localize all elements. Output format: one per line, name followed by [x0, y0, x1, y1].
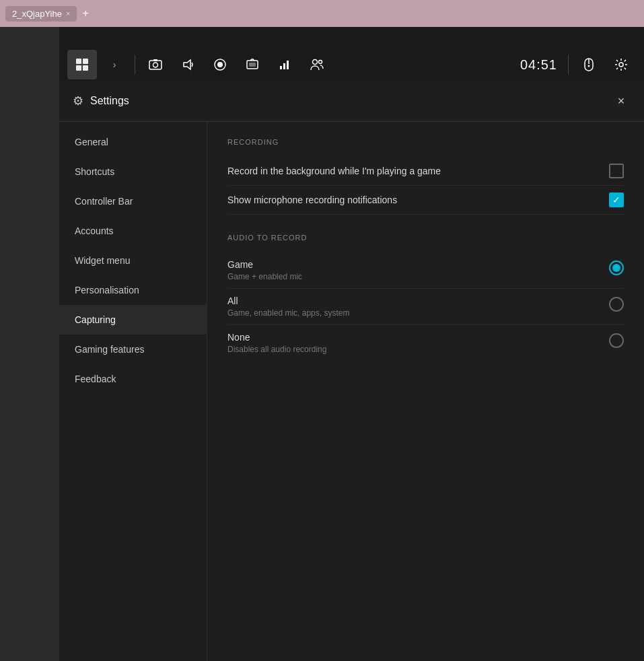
audio-option-game-text: Game Game + enabled mic [227, 259, 609, 281]
audio-option-none-text: None Disables all audio recording [227, 332, 609, 354]
tab-title: 2_xQjapYihe [12, 9, 62, 19]
nav-item-feedback[interactable]: Feedback [59, 364, 207, 394]
browser-tab[interactable]: 2_xQjapYihe × [5, 6, 77, 22]
svg-rect-4 [149, 61, 162, 69]
audio-option-game: Game Game + enabled mic [227, 252, 624, 289]
svg-rect-14 [287, 61, 289, 69]
audio-all-subtitle: Game, enabled mic, apps, system [227, 308, 609, 318]
friends-button[interactable] [302, 50, 332, 79]
svg-point-20 [619, 63, 623, 67]
nav-item-controller-bar[interactable]: Controller Bar [59, 186, 207, 216]
svg-rect-12 [280, 66, 282, 69]
svg-rect-3 [83, 65, 88, 71]
audio-game-title: Game [227, 259, 609, 270]
mic-notifications-checkbox[interactable]: ✓ [609, 193, 624, 207]
record-button[interactable] [205, 50, 235, 79]
audio-option-none: None Disables all audio recording [227, 325, 624, 361]
background-record-row: Record in the background while I'm playi… [227, 157, 624, 186]
nav-item-gaming-features[interactable]: Gaming features [59, 335, 207, 364]
audio-game-radio[interactable] [609, 260, 624, 275]
background-record-checkbox[interactable] [609, 164, 624, 178]
nav-item-widget-menu[interactable]: Widget menu [59, 246, 207, 275]
svg-rect-1 [83, 59, 88, 64]
mic-notifications-label: Show microphone recording notifications [227, 195, 397, 205]
nav-item-capturing[interactable]: Capturing [59, 305, 207, 335]
audio-game-subtitle: Game + enabled mic [227, 272, 609, 281]
audio-all-radio[interactable] [609, 297, 624, 312]
audio-section-label: AUDIO TO RECORD [227, 234, 624, 242]
widget-button[interactable] [67, 50, 97, 79]
settings-close-button[interactable]: × [612, 92, 631, 110]
nav-item-general[interactable]: General [59, 127, 207, 157]
settings-body: General Shortcuts Controller Bar Account… [59, 122, 644, 661]
settings-header: ⚙ Settings × [59, 81, 644, 122]
audio-option-all-text: All Game, enabled mic, apps, system [227, 295, 609, 318]
svg-point-19 [588, 65, 590, 67]
svg-rect-11 [249, 63, 256, 67]
svg-rect-6 [153, 59, 157, 61]
stats-button[interactable] [270, 50, 299, 79]
separator [568, 55, 569, 75]
svg-point-5 [153, 63, 158, 67]
audio-none-title: None [227, 332, 609, 343]
browser-tab-bar: 2_xQjapYihe × + [0, 0, 644, 27]
svg-point-16 [319, 61, 322, 64]
settings-title: Settings [90, 95, 612, 107]
separator [135, 55, 135, 75]
svg-rect-2 [76, 65, 81, 71]
nav-item-shortcuts[interactable]: Shortcuts [59, 157, 207, 186]
app-sidebar [0, 27, 61, 661]
settings-modal: ⚙ Settings × General Shortcuts Controlle… [59, 81, 644, 661]
svg-point-9 [217, 62, 223, 67]
svg-marker-7 [184, 60, 190, 69]
mic-notifications-row: Show microphone recording notifications … [227, 186, 624, 215]
audio-all-title: All [227, 295, 609, 306]
nav-item-personalisation[interactable]: Personalisation [59, 275, 207, 305]
audio-none-subtitle: Disables all audio recording [227, 345, 609, 354]
mouse-button[interactable] [574, 50, 604, 79]
svg-rect-13 [283, 63, 285, 69]
camera-widget-button[interactable] [141, 50, 170, 79]
checkbox-check-icon: ✓ [612, 195, 620, 205]
svg-rect-0 [76, 59, 81, 64]
audio-widget-button[interactable] [173, 50, 203, 79]
svg-point-15 [313, 60, 318, 65]
gamebar-settings-button[interactable] [606, 50, 636, 79]
background-record-label: Record in the background while I'm playi… [227, 166, 441, 176]
settings-nav: General Shortcuts Controller Bar Account… [59, 122, 207, 661]
clock-display: 04:51 [515, 57, 563, 73]
audio-section: AUDIO TO RECORD Game Game + enabled mic … [227, 234, 624, 361]
screenshot-button[interactable] [238, 50, 267, 79]
nav-item-accounts[interactable]: Accounts [59, 216, 207, 246]
settings-content: RECORDING Record in the background while… [207, 122, 644, 661]
settings-header-gear-icon: ⚙ [73, 94, 83, 108]
recording-section-label: RECORDING [227, 138, 624, 146]
radio-inner-icon [612, 264, 620, 272]
tab-close-icon[interactable]: × [66, 9, 70, 18]
audio-option-all: All Game, enabled mic, apps, system [227, 289, 624, 325]
add-tab-button[interactable]: + [82, 7, 88, 20]
chevron-button[interactable]: › [100, 50, 129, 79]
audio-none-radio[interactable] [609, 333, 624, 348]
